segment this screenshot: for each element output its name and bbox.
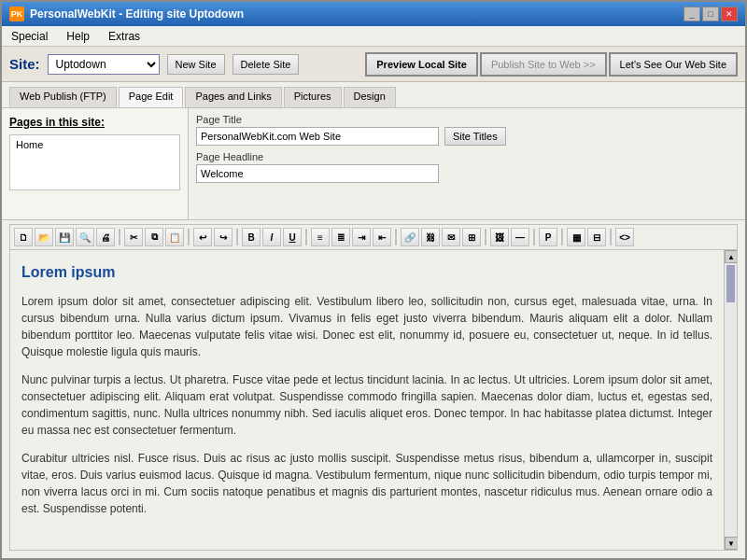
maximize-button[interactable]: □ — [702, 7, 719, 21]
editor-content[interactable]: Lorem ipsum Lorem ipsum dolor sit amet, … — [10, 250, 724, 550]
editor-paragraph-2: Nunc pulvinar turpis a lectus. Ut pharet… — [21, 371, 712, 439]
editor-section: 🗋 📂 💾 🔍 🖨 ✂ ⧉ 📋 ↩ ↪ B I U ≡ ≣ ⇥ — [9, 224, 738, 551]
sep5 — [395, 229, 397, 245]
tab-design[interactable]: Design — [344, 87, 396, 107]
tab-bar: Web Publish (FTP) Page Edit Pages and Li… — [2, 82, 745, 108]
toolbar-redo[interactable]: ↪ — [214, 228, 233, 246]
delete-site-button[interactable]: Delete Site — [233, 54, 300, 75]
toolbar-email[interactable]: ✉ — [442, 228, 460, 246]
menu-help[interactable]: Help — [63, 29, 93, 44]
minimize-button[interactable]: _ — [684, 7, 700, 21]
toolbar-paste[interactable]: 📋 — [165, 228, 184, 246]
header-right-buttons: Preview Local Site Publish Site to Web >… — [365, 52, 738, 77]
toolbar-unlink[interactable]: ⛓ — [421, 228, 440, 246]
toolbar-print[interactable]: 🖨 — [96, 228, 115, 246]
pages-title: Pages in this site: — [9, 116, 180, 129]
editor-scrollbar[interactable]: ▲ ▼ — [724, 250, 737, 550]
view-site-button[interactable]: Let's See Our Web Site — [609, 52, 738, 77]
toolbar-bold[interactable]: B — [242, 228, 261, 246]
sep8 — [561, 229, 563, 245]
title-bar-left: PK PersonalWebKit - Editing site Uptodow… — [9, 7, 244, 21]
page-headline-input[interactable] — [196, 164, 439, 183]
tab-pages-links[interactable]: Pages and Links — [185, 87, 281, 107]
window-title: PersonalWebKit - Editing site Uptodown — [30, 7, 244, 21]
sep3 — [236, 229, 238, 245]
page-title-row: Site Titles — [196, 127, 738, 146]
pages-list: Home — [9, 134, 180, 190]
page-headline-label: Page Headline — [196, 151, 738, 162]
toolbar-underline[interactable]: U — [283, 228, 302, 246]
menu-extras[interactable]: Extras — [105, 29, 144, 44]
site-titles-button[interactable]: Site Titles — [444, 127, 506, 146]
sep7 — [533, 229, 535, 245]
toolbar-copy[interactable]: ⧉ — [145, 228, 163, 246]
page-item-home[interactable]: Home — [12, 137, 177, 152]
title-controls: _ □ ✕ — [684, 7, 738, 21]
toolbar-ordered-list[interactable]: ≣ — [331, 228, 350, 246]
toolbar-indent[interactable]: ⇥ — [352, 228, 371, 246]
toolbar-open[interactable]: 📂 — [35, 228, 53, 246]
toolbar-cut[interactable]: ✂ — [124, 228, 143, 246]
tab-page-edit[interactable]: Page Edit — [119, 87, 184, 107]
toolbar-link[interactable]: 🔗 — [401, 228, 419, 246]
scroll-track — [725, 304, 737, 537]
editor-body: Lorem ipsum Lorem ipsum dolor sit amet, … — [10, 250, 737, 550]
app-icon: PK — [9, 7, 24, 21]
page-form: Page Title Site Titles Page Headline — [189, 108, 745, 219]
editor-paragraph-3: Curabitur ultricies nisl. Fusce risus. D… — [21, 450, 712, 517]
editor-toolbar: 🗋 📂 💾 🔍 🖨 ✂ ⧉ 📋 ↩ ↪ B I U ≡ ≣ ⇥ — [10, 225, 737, 250]
page-headline-row — [196, 164, 738, 183]
publish-site-button[interactable]: Publish Site to Web >> — [480, 52, 607, 77]
sep1 — [119, 229, 120, 245]
site-header: Site: Uptodown New Site Delete Site Prev… — [2, 47, 745, 82]
page-title-group: Page Title Site Titles — [196, 114, 738, 146]
site-label: Site: — [9, 56, 40, 72]
tab-web-publish[interactable]: Web Publish (FTP) — [9, 87, 117, 107]
toolbar-unordered-list[interactable]: ≡ — [311, 228, 330, 246]
new-site-button[interactable]: New Site — [167, 54, 225, 75]
sep2 — [188, 229, 190, 245]
toolbar-preview[interactable]: 🔍 — [76, 228, 94, 246]
toolbar-color-table[interactable]: ▦ — [567, 228, 585, 246]
toolbar-outdent[interactable]: ⇤ — [373, 228, 391, 246]
toolbar-table-insert[interactable]: ⊞ — [462, 228, 481, 246]
toolbar-code[interactable]: <> — [615, 228, 634, 246]
title-bar: PK PersonalWebKit - Editing site Uptodow… — [2, 2, 745, 26]
toolbar-undo[interactable]: ↩ — [193, 228, 212, 246]
toolbar-new-doc[interactable]: 🗋 — [14, 228, 33, 246]
page-headline-group: Page Headline — [196, 151, 738, 183]
page-title-input[interactable] — [196, 127, 439, 146]
tab-pictures[interactable]: Pictures — [284, 87, 342, 107]
toolbar-save[interactable]: 💾 — [55, 228, 74, 246]
sep6 — [485, 229, 486, 245]
below-header: Web Publish (FTP) Page Edit Pages and Li… — [2, 82, 745, 558]
preview-local-site-button[interactable]: Preview Local Site — [365, 52, 478, 77]
site-select[interactable]: Uptodown — [48, 54, 160, 75]
scroll-thumb[interactable] — [726, 265, 735, 302]
editor-heading: Lorem ipsum — [21, 261, 712, 284]
sep4 — [305, 229, 307, 245]
toolbar-table2[interactable]: ⊟ — [587, 228, 606, 246]
close-button[interactable]: ✕ — [721, 7, 738, 21]
toolbar-image[interactable]: 🖼 — [490, 228, 509, 246]
editor-paragraph-1: Lorem ipsum dolor sit amet, consectetuer… — [21, 293, 712, 360]
scroll-up-button[interactable]: ▲ — [725, 250, 737, 263]
main-window: PK PersonalWebKit - Editing site Uptodow… — [0, 0, 747, 560]
toolbar-hr[interactable]: — — [511, 228, 529, 246]
page-title-label: Page Title — [196, 114, 738, 125]
sep9 — [610, 229, 612, 245]
left-panel: Pages in this site: Home — [2, 108, 189, 219]
menu-bar: Special Help Extras — [2, 26, 745, 47]
site-dropdown: Uptodown — [48, 54, 160, 75]
toolbar-italic[interactable]: I — [262, 228, 281, 246]
menu-special[interactable]: Special — [7, 29, 51, 44]
toolbar-paragraph[interactable]: P — [539, 228, 557, 246]
scroll-down-button[interactable]: ▼ — [725, 537, 737, 550]
